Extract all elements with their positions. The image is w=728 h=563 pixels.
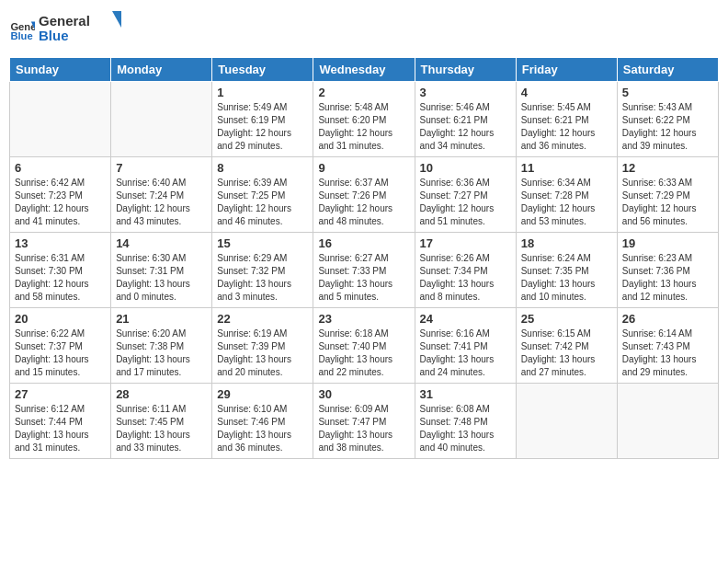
svg-text:Blue: Blue <box>39 28 69 43</box>
day-cell: 21Sunrise: 6:20 AM Sunset: 7:38 PM Dayli… <box>111 308 212 384</box>
day-cell: 5Sunrise: 5:43 AM Sunset: 6:22 PM Daylig… <box>617 82 718 157</box>
day-header-thursday: Thursday <box>415 58 516 82</box>
day-number: 7 <box>116 161 207 175</box>
day-info: Sunrise: 6:30 AM Sunset: 7:31 PM Dayligh… <box>116 252 207 304</box>
week-row-3: 13Sunrise: 6:31 AM Sunset: 7:30 PM Dayli… <box>10 233 719 308</box>
day-cell: 4Sunrise: 5:45 AM Sunset: 6:21 PM Daylig… <box>516 82 617 157</box>
day-info: Sunrise: 5:43 AM Sunset: 6:22 PM Dayligh… <box>622 101 713 153</box>
day-info: Sunrise: 5:46 AM Sunset: 6:21 PM Dayligh… <box>420 101 511 153</box>
day-cell: 11Sunrise: 6:34 AM Sunset: 7:28 PM Dayli… <box>516 157 617 233</box>
day-cell: 31Sunrise: 6:08 AM Sunset: 7:48 PM Dayli… <box>415 384 516 459</box>
day-info: Sunrise: 6:31 AM Sunset: 7:30 PM Dayligh… <box>15 252 106 304</box>
day-cell: 18Sunrise: 6:24 AM Sunset: 7:35 PM Dayli… <box>516 233 617 308</box>
day-cell: 12Sunrise: 6:33 AM Sunset: 7:29 PM Dayli… <box>617 157 718 233</box>
day-info: Sunrise: 6:23 AM Sunset: 7:36 PM Dayligh… <box>622 252 713 304</box>
day-number: 3 <box>420 86 511 99</box>
day-number: 22 <box>217 312 308 326</box>
day-number: 16 <box>318 236 409 250</box>
day-info: Sunrise: 5:49 AM Sunset: 6:19 PM Dayligh… <box>217 101 308 153</box>
day-number: 28 <box>116 387 207 401</box>
logo: General Blue General Blue <box>9 9 121 50</box>
day-number: 14 <box>116 236 207 250</box>
day-number: 8 <box>217 161 308 175</box>
day-number: 18 <box>521 236 612 250</box>
day-info: Sunrise: 6:33 AM Sunset: 7:29 PM Dayligh… <box>622 177 713 228</box>
day-number: 31 <box>420 387 511 401</box>
day-cell: 16Sunrise: 6:27 AM Sunset: 7:33 PM Dayli… <box>313 233 415 308</box>
day-number: 24 <box>420 312 511 326</box>
day-number: 21 <box>116 312 207 326</box>
day-number: 6 <box>15 161 106 175</box>
day-info: Sunrise: 5:48 AM Sunset: 6:20 PM Dayligh… <box>318 101 409 153</box>
day-cell: 13Sunrise: 6:31 AM Sunset: 7:30 PM Dayli… <box>10 233 111 308</box>
day-number: 13 <box>15 236 106 250</box>
svg-text:Blue: Blue <box>10 30 32 41</box>
day-info: Sunrise: 6:09 AM Sunset: 7:47 PM Dayligh… <box>318 403 409 454</box>
day-info: Sunrise: 6:08 AM Sunset: 7:48 PM Dayligh… <box>420 403 511 454</box>
day-cell: 15Sunrise: 6:29 AM Sunset: 7:32 PM Dayli… <box>212 233 313 308</box>
day-info: Sunrise: 6:15 AM Sunset: 7:42 PM Dayligh… <box>521 327 612 379</box>
day-cell: 10Sunrise: 6:36 AM Sunset: 7:27 PM Dayli… <box>415 157 516 233</box>
day-info: Sunrise: 6:19 AM Sunset: 7:39 PM Dayligh… <box>217 327 308 379</box>
day-info: Sunrise: 6:10 AM Sunset: 7:46 PM Dayligh… <box>217 403 308 454</box>
day-header-tuesday: Tuesday <box>212 58 313 82</box>
day-number: 10 <box>420 161 511 175</box>
day-number: 23 <box>318 312 409 326</box>
day-info: Sunrise: 6:26 AM Sunset: 7:34 PM Dayligh… <box>420 252 511 304</box>
day-cell <box>516 384 617 459</box>
day-cell: 7Sunrise: 6:40 AM Sunset: 7:24 PM Daylig… <box>111 157 212 233</box>
day-cell: 14Sunrise: 6:30 AM Sunset: 7:31 PM Dayli… <box>111 233 212 308</box>
day-cell: 26Sunrise: 6:14 AM Sunset: 7:43 PM Dayli… <box>617 308 718 384</box>
day-number: 9 <box>318 161 409 175</box>
day-number: 19 <box>622 236 713 250</box>
week-row-4: 20Sunrise: 6:22 AM Sunset: 7:37 PM Dayli… <box>10 308 719 384</box>
day-info: Sunrise: 6:29 AM Sunset: 7:32 PM Dayligh… <box>217 252 308 304</box>
day-number: 5 <box>622 86 713 99</box>
day-cell: 9Sunrise: 6:37 AM Sunset: 7:26 PM Daylig… <box>313 157 415 233</box>
day-cell: 20Sunrise: 6:22 AM Sunset: 7:37 PM Dayli… <box>10 308 111 384</box>
day-cell <box>617 384 718 459</box>
day-cell: 1Sunrise: 5:49 AM Sunset: 6:19 PM Daylig… <box>212 82 313 157</box>
day-number: 20 <box>15 312 106 326</box>
svg-text:General: General <box>39 13 90 29</box>
day-info: Sunrise: 6:34 AM Sunset: 7:28 PM Dayligh… <box>521 177 612 228</box>
day-number: 27 <box>15 387 106 401</box>
day-cell: 30Sunrise: 6:09 AM Sunset: 7:47 PM Dayli… <box>313 384 415 459</box>
day-cell: 25Sunrise: 6:15 AM Sunset: 7:42 PM Dayli… <box>516 308 617 384</box>
day-info: Sunrise: 6:37 AM Sunset: 7:26 PM Dayligh… <box>318 177 409 228</box>
week-row-1: 1Sunrise: 5:49 AM Sunset: 6:19 PM Daylig… <box>10 82 719 157</box>
day-number: 29 <box>217 387 308 401</box>
day-info: Sunrise: 6:40 AM Sunset: 7:24 PM Dayligh… <box>116 177 207 228</box>
day-number: 12 <box>622 161 713 175</box>
day-info: Sunrise: 6:36 AM Sunset: 7:27 PM Dayligh… <box>420 177 511 228</box>
day-info: Sunrise: 6:18 AM Sunset: 7:40 PM Dayligh… <box>318 327 409 379</box>
calendar-table: SundayMondayTuesdayWednesdayThursdayFrid… <box>9 57 719 459</box>
day-cell: 2Sunrise: 5:48 AM Sunset: 6:20 PM Daylig… <box>313 82 415 157</box>
day-info: Sunrise: 6:16 AM Sunset: 7:41 PM Dayligh… <box>420 327 511 379</box>
day-cell: 8Sunrise: 6:39 AM Sunset: 7:25 PM Daylig… <box>212 157 313 233</box>
day-number: 1 <box>217 86 308 99</box>
day-cell <box>111 82 212 157</box>
day-number: 26 <box>622 312 713 326</box>
day-cell: 29Sunrise: 6:10 AM Sunset: 7:46 PM Dayli… <box>212 384 313 459</box>
day-number: 4 <box>521 86 612 99</box>
day-info: Sunrise: 5:45 AM Sunset: 6:21 PM Dayligh… <box>521 101 612 153</box>
day-cell: 22Sunrise: 6:19 AM Sunset: 7:39 PM Dayli… <box>212 308 313 384</box>
day-info: Sunrise: 6:20 AM Sunset: 7:38 PM Dayligh… <box>116 327 207 379</box>
day-info: Sunrise: 6:42 AM Sunset: 7:23 PM Dayligh… <box>15 177 106 228</box>
day-info: Sunrise: 6:39 AM Sunset: 7:25 PM Dayligh… <box>217 177 308 228</box>
day-header-monday: Monday <box>111 58 212 82</box>
logo-icon: General Blue <box>9 17 35 42</box>
day-info: Sunrise: 6:27 AM Sunset: 7:33 PM Dayligh… <box>318 252 409 304</box>
day-cell: 28Sunrise: 6:11 AM Sunset: 7:45 PM Dayli… <box>111 384 212 459</box>
day-number: 2 <box>318 86 409 99</box>
day-header-sunday: Sunday <box>10 58 111 82</box>
day-cell: 23Sunrise: 6:18 AM Sunset: 7:40 PM Dayli… <box>313 308 415 384</box>
day-number: 30 <box>318 387 409 401</box>
day-cell: 3Sunrise: 5:46 AM Sunset: 6:21 PM Daylig… <box>415 82 516 157</box>
header-row: SundayMondayTuesdayWednesdayThursdayFrid… <box>10 58 719 82</box>
day-number: 17 <box>420 236 511 250</box>
day-info: Sunrise: 6:24 AM Sunset: 7:35 PM Dayligh… <box>521 252 612 304</box>
day-header-wednesday: Wednesday <box>313 58 415 82</box>
week-row-5: 27Sunrise: 6:12 AM Sunset: 7:44 PM Dayli… <box>10 384 719 459</box>
